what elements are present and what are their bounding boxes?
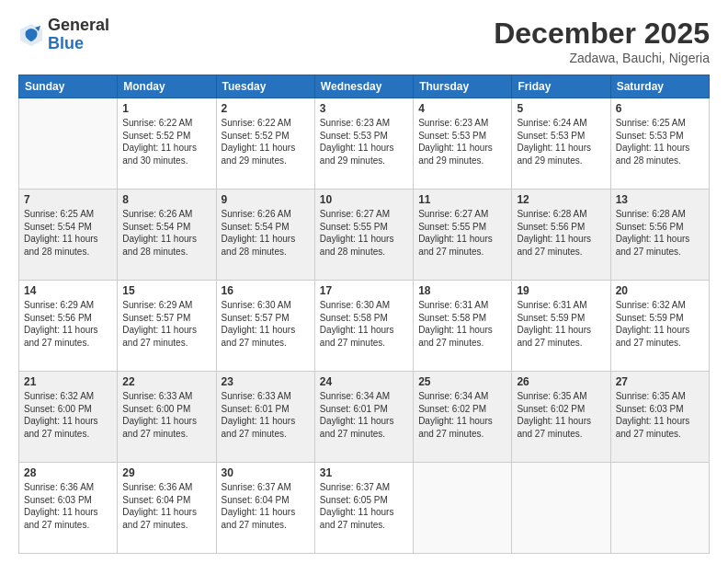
location: Zadawa, Bauchi, Nigeria bbox=[494, 51, 710, 65]
cell-text: Sunrise: 6:37 AMSunset: 6:05 PMDaylight:… bbox=[320, 481, 408, 531]
weekday-header: Sunday bbox=[19, 75, 118, 98]
day-number: 1 bbox=[122, 102, 210, 115]
logo-text: General Blue bbox=[48, 17, 109, 53]
day-number: 13 bbox=[616, 193, 704, 206]
day-number: 8 bbox=[122, 193, 210, 206]
day-number: 25 bbox=[418, 375, 506, 388]
weekday-header: Thursday bbox=[414, 75, 512, 98]
day-number: 24 bbox=[320, 375, 408, 388]
weekday-header: Saturday bbox=[610, 75, 709, 98]
day-number: 9 bbox=[222, 193, 310, 206]
calendar-cell bbox=[19, 98, 118, 190]
day-number: 10 bbox=[320, 193, 408, 206]
calendar-cell: 28Sunrise: 6:36 AMSunset: 6:03 PMDayligh… bbox=[19, 463, 118, 554]
calendar-cell: 1Sunrise: 6:22 AMSunset: 5:52 PMDaylight… bbox=[118, 98, 216, 190]
calendar-row: 21Sunrise: 6:32 AMSunset: 6:00 PMDayligh… bbox=[19, 372, 710, 463]
cell-text: Sunrise: 6:34 AMSunset: 6:02 PMDaylight:… bbox=[418, 390, 506, 440]
day-number: 20 bbox=[616, 284, 704, 297]
cell-text: Sunrise: 6:29 AMSunset: 5:57 PMDaylight:… bbox=[122, 299, 210, 349]
calendar-cell: 8Sunrise: 6:26 AMSunset: 5:54 PMDaylight… bbox=[118, 190, 216, 281]
day-number: 14 bbox=[24, 284, 112, 297]
calendar-row: 28Sunrise: 6:36 AMSunset: 6:03 PMDayligh… bbox=[19, 463, 710, 554]
day-number: 30 bbox=[222, 466, 310, 479]
cell-text: Sunrise: 6:23 AMSunset: 5:53 PMDaylight:… bbox=[418, 117, 506, 167]
day-number: 2 bbox=[222, 102, 310, 115]
cell-text: Sunrise: 6:22 AMSunset: 5:52 PMDaylight:… bbox=[122, 117, 210, 167]
page: General Blue December 2025 Zadawa, Bauch… bbox=[0, 0, 728, 563]
calendar-cell: 6Sunrise: 6:25 AMSunset: 5:53 PMDaylight… bbox=[610, 98, 709, 190]
calendar-cell: 7Sunrise: 6:25 AMSunset: 5:54 PMDaylight… bbox=[19, 190, 118, 281]
cell-text: Sunrise: 6:35 AMSunset: 6:03 PMDaylight:… bbox=[616, 390, 704, 440]
calendar-cell: 22Sunrise: 6:33 AMSunset: 6:00 PMDayligh… bbox=[118, 372, 216, 463]
calendar-cell: 23Sunrise: 6:33 AMSunset: 6:01 PMDayligh… bbox=[216, 372, 314, 463]
calendar-cell: 9Sunrise: 6:26 AMSunset: 5:54 PMDaylight… bbox=[216, 190, 314, 281]
calendar: SundayMondayTuesdayWednesdayThursdayFrid… bbox=[18, 75, 710, 554]
calendar-cell: 10Sunrise: 6:27 AMSunset: 5:55 PMDayligh… bbox=[314, 190, 413, 281]
day-number: 6 bbox=[616, 102, 704, 115]
day-number: 3 bbox=[320, 102, 408, 115]
day-number: 22 bbox=[122, 375, 210, 388]
cell-text: Sunrise: 6:32 AMSunset: 5:59 PMDaylight:… bbox=[616, 299, 704, 349]
calendar-cell: 3Sunrise: 6:23 AMSunset: 5:53 PMDaylight… bbox=[314, 98, 413, 190]
day-number: 31 bbox=[320, 466, 408, 479]
calendar-cell: 18Sunrise: 6:31 AMSunset: 5:58 PMDayligh… bbox=[414, 281, 512, 372]
calendar-cell: 24Sunrise: 6:34 AMSunset: 6:01 PMDayligh… bbox=[314, 372, 413, 463]
cell-text: Sunrise: 6:22 AMSunset: 5:52 PMDaylight:… bbox=[222, 117, 310, 167]
cell-text: Sunrise: 6:25 AMSunset: 5:53 PMDaylight:… bbox=[616, 117, 704, 167]
day-number: 12 bbox=[517, 193, 605, 206]
calendar-cell: 15Sunrise: 6:29 AMSunset: 5:57 PMDayligh… bbox=[118, 281, 216, 372]
logo: General Blue bbox=[18, 17, 109, 53]
day-number: 7 bbox=[24, 193, 112, 206]
day-number: 28 bbox=[24, 466, 112, 479]
calendar-cell: 31Sunrise: 6:37 AMSunset: 6:05 PMDayligh… bbox=[314, 463, 413, 554]
day-number: 26 bbox=[517, 375, 605, 388]
day-number: 29 bbox=[122, 466, 210, 479]
cell-text: Sunrise: 6:24 AMSunset: 5:53 PMDaylight:… bbox=[517, 117, 605, 167]
cell-text: Sunrise: 6:28 AMSunset: 5:56 PMDaylight:… bbox=[517, 208, 605, 258]
cell-text: Sunrise: 6:33 AMSunset: 6:01 PMDaylight:… bbox=[222, 390, 310, 440]
day-number: 15 bbox=[122, 284, 210, 297]
calendar-row: 1Sunrise: 6:22 AMSunset: 5:52 PMDaylight… bbox=[19, 98, 710, 190]
cell-text: Sunrise: 6:29 AMSunset: 5:56 PMDaylight:… bbox=[24, 299, 112, 349]
calendar-cell: 14Sunrise: 6:29 AMSunset: 5:56 PMDayligh… bbox=[19, 281, 118, 372]
cell-text: Sunrise: 6:31 AMSunset: 5:59 PMDaylight:… bbox=[517, 299, 605, 349]
calendar-cell bbox=[512, 463, 610, 554]
day-number: 19 bbox=[517, 284, 605, 297]
calendar-row: 7Sunrise: 6:25 AMSunset: 5:54 PMDaylight… bbox=[19, 190, 710, 281]
day-number: 11 bbox=[418, 193, 506, 206]
day-number: 4 bbox=[418, 102, 506, 115]
cell-text: Sunrise: 6:26 AMSunset: 5:54 PMDaylight:… bbox=[122, 208, 210, 258]
calendar-cell: 13Sunrise: 6:28 AMSunset: 5:56 PMDayligh… bbox=[610, 190, 709, 281]
calendar-cell: 20Sunrise: 6:32 AMSunset: 5:59 PMDayligh… bbox=[610, 281, 709, 372]
calendar-cell: 12Sunrise: 6:28 AMSunset: 5:56 PMDayligh… bbox=[512, 190, 610, 281]
logo-general: General bbox=[48, 17, 109, 35]
calendar-cell: 16Sunrise: 6:30 AMSunset: 5:57 PMDayligh… bbox=[216, 281, 314, 372]
day-number: 16 bbox=[222, 284, 310, 297]
cell-text: Sunrise: 6:32 AMSunset: 6:00 PMDaylight:… bbox=[24, 390, 112, 440]
header: General Blue December 2025 Zadawa, Bauch… bbox=[18, 17, 710, 65]
weekday-header: Friday bbox=[512, 75, 610, 98]
cell-text: Sunrise: 6:31 AMSunset: 5:58 PMDaylight:… bbox=[418, 299, 506, 349]
cell-text: Sunrise: 6:26 AMSunset: 5:54 PMDaylight:… bbox=[222, 208, 310, 258]
cell-text: Sunrise: 6:34 AMSunset: 6:01 PMDaylight:… bbox=[320, 390, 408, 440]
cell-text: Sunrise: 6:28 AMSunset: 5:56 PMDaylight:… bbox=[616, 208, 704, 258]
weekday-header: Tuesday bbox=[216, 75, 314, 98]
cell-text: Sunrise: 6:33 AMSunset: 6:00 PMDaylight:… bbox=[122, 390, 210, 440]
logo-blue: Blue bbox=[48, 35, 109, 53]
calendar-cell: 11Sunrise: 6:27 AMSunset: 5:55 PMDayligh… bbox=[414, 190, 512, 281]
calendar-cell: 19Sunrise: 6:31 AMSunset: 5:59 PMDayligh… bbox=[512, 281, 610, 372]
weekday-header: Monday bbox=[118, 75, 216, 98]
day-number: 17 bbox=[320, 284, 408, 297]
calendar-cell bbox=[610, 463, 709, 554]
day-number: 18 bbox=[418, 284, 506, 297]
cell-text: Sunrise: 6:23 AMSunset: 5:53 PMDaylight:… bbox=[320, 117, 408, 167]
day-number: 5 bbox=[517, 102, 605, 115]
cell-text: Sunrise: 6:37 AMSunset: 6:04 PMDaylight:… bbox=[222, 481, 310, 531]
cell-text: Sunrise: 6:25 AMSunset: 5:54 PMDaylight:… bbox=[24, 208, 112, 258]
logo-icon bbox=[18, 22, 44, 48]
calendar-cell: 29Sunrise: 6:36 AMSunset: 6:04 PMDayligh… bbox=[118, 463, 216, 554]
calendar-row: 14Sunrise: 6:29 AMSunset: 5:56 PMDayligh… bbox=[19, 281, 710, 372]
calendar-cell: 27Sunrise: 6:35 AMSunset: 6:03 PMDayligh… bbox=[610, 372, 709, 463]
calendar-cell: 25Sunrise: 6:34 AMSunset: 6:02 PMDayligh… bbox=[414, 372, 512, 463]
calendar-cell: 2Sunrise: 6:22 AMSunset: 5:52 PMDaylight… bbox=[216, 98, 314, 190]
